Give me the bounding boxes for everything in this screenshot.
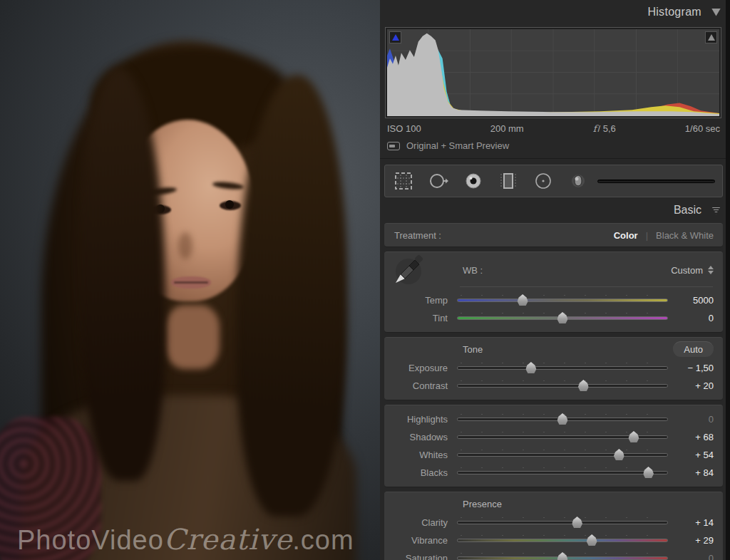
lightroom-develop-window: PhotoVideoCreative.com Histogram	[0, 0, 730, 560]
presence-section: Presence Clarity + 14 Vibrance + 29 Satu…	[384, 492, 723, 560]
photo-mouth-line	[174, 281, 208, 284]
adjustment-brush-icon[interactable]	[567, 170, 590, 192]
basic-panel-header[interactable]: Basic	[380, 197, 730, 223]
white-balance-section: WB : Custom Temp 5000 Tint 0	[384, 252, 723, 333]
slider-row-vibrance: Vibrance + 29	[384, 532, 723, 549]
saturation-slider[interactable]	[457, 556, 668, 560]
photo-pupil-right	[225, 200, 234, 209]
clarity-slider-thumb[interactable]	[572, 517, 582, 528]
wb-eyedropper-icon[interactable]	[390, 254, 431, 286]
temp-label: Temp	[391, 295, 457, 306]
radial-filter-icon[interactable]	[532, 170, 555, 192]
contrast-slider-thumb[interactable]	[578, 380, 589, 391]
highlight-clipping-triangle-icon	[708, 34, 715, 41]
clarity-value[interactable]: + 14	[668, 517, 714, 528]
whites-value[interactable]: + 54	[668, 450, 714, 460]
chevron-down-icon[interactable]	[711, 9, 721, 16]
red-eye-correction-icon[interactable]	[462, 170, 485, 192]
highlights-label: Highlights	[391, 414, 457, 425]
slider-row-temp: Temp 5000	[384, 291, 723, 309]
histogram-title: Histogram	[647, 6, 701, 19]
slider-row-clarity: Clarity + 14	[384, 514, 723, 532]
exposure-slider-thumb[interactable]	[525, 362, 536, 373]
updown-arrows-icon	[708, 266, 714, 274]
tint-slider[interactable]	[457, 316, 668, 320]
tone-header: Tone Auto	[384, 338, 723, 359]
auto-tone-button[interactable]: Auto	[673, 341, 714, 357]
contrast-slider[interactable]	[457, 384, 668, 388]
tool-strip	[384, 165, 723, 197]
treatment-label: Treatment :	[394, 230, 441, 241]
tone-title: Tone	[463, 344, 483, 355]
histogram-panel-header[interactable]: Histogram	[380, 0, 730, 24]
shutter-speed-value: 1/60 sec	[685, 123, 720, 134]
shadow-clipping-indicator[interactable]	[389, 31, 401, 43]
wb-divider	[460, 286, 713, 287]
temp-slider-thumb[interactable]	[518, 294, 528, 306]
watermark-prefix: PhotoVideo	[17, 525, 164, 555]
exposure-value[interactable]: − 1,50	[668, 363, 714, 373]
shadow-clipping-triangle-icon	[392, 34, 399, 41]
vibrance-slider[interactable]	[457, 539, 668, 542]
whites-slider[interactable]	[457, 453, 668, 457]
wb-preset-dropdown[interactable]: Custom	[671, 265, 714, 276]
shadows-value[interactable]: + 68	[668, 432, 714, 442]
highlights-value[interactable]: 0	[668, 414, 714, 425]
blacks-slider[interactable]	[457, 471, 668, 475]
treatment-bw-option[interactable]: Black & White	[656, 230, 714, 241]
watermark-script: Creative	[164, 523, 292, 556]
crop-overlay-icon[interactable]	[392, 170, 415, 192]
collapse-triangle-icon[interactable]	[711, 207, 721, 214]
watermark: PhotoVideoCreative.com	[17, 523, 354, 556]
smart-preview-label: Original + Smart Preview	[406, 140, 509, 151]
shadows-slider[interactable]	[457, 435, 668, 439]
slider-row-highlights: Highlights 0	[384, 410, 723, 428]
slider-row-shadows: Shadows + 68	[384, 428, 723, 446]
blacks-label: Blacks	[391, 467, 457, 478]
highlights-slider-thumb[interactable]	[557, 413, 568, 425]
treatment-separator: |	[646, 230, 648, 241]
vibrance-value[interactable]: + 29	[668, 535, 714, 546]
saturation-slider-thumb[interactable]	[557, 552, 568, 560]
histogram-graph	[387, 29, 719, 116]
highlights-slider[interactable]	[457, 418, 668, 421]
exposure-slider[interactable]	[457, 366, 668, 370]
contrast-value[interactable]: + 20	[668, 380, 714, 391]
wb-label: WB :	[463, 265, 483, 276]
develop-right-panel: Histogram	[380, 0, 730, 560]
watermark-suffix: .com	[292, 525, 354, 555]
treatment-color-option[interactable]: Color	[614, 230, 638, 241]
graduated-filter-icon[interactable]	[497, 170, 520, 192]
smart-preview-icon	[387, 142, 400, 150]
clarity-label: Clarity	[391, 517, 457, 528]
brush-size-slider[interactable]	[597, 180, 715, 183]
shadows-label: Shadows	[391, 432, 457, 442]
spot-removal-icon[interactable]	[427, 170, 450, 192]
temp-value[interactable]: 5000	[668, 295, 714, 306]
basic-title: Basic	[674, 204, 701, 217]
blacks-slider-thumb[interactable]	[643, 467, 654, 478]
highlight-clipping-indicator[interactable]	[705, 31, 717, 43]
whites-label: Whites	[391, 450, 457, 460]
histogram-display[interactable]	[385, 27, 721, 118]
slider-row-saturation: Saturation 0	[384, 549, 723, 560]
temp-slider[interactable]	[457, 299, 668, 302]
vibrance-slider-thumb[interactable]	[587, 534, 597, 546]
treatment-box: Treatment : Color | Black & White	[384, 223, 723, 247]
slider-row-blacks: Blacks + 84	[384, 464, 723, 482]
portrait-photo[interactable]: PhotoVideoCreative.com	[0, 0, 380, 560]
saturation-value[interactable]: 0	[668, 553, 714, 560]
whites-slider-thumb[interactable]	[614, 449, 624, 460]
tint-value[interactable]: 0	[668, 313, 714, 323]
presence-header: Presence	[384, 492, 723, 514]
presence-title: Presence	[463, 499, 502, 509]
focal-length-value: 200 mm	[490, 123, 524, 134]
blacks-value[interactable]: + 84	[668, 467, 714, 478]
photo-nose-shadow	[178, 232, 192, 259]
shadows-slider-thumb[interactable]	[628, 431, 639, 442]
smart-preview-status[interactable]: Original + Smart Preview	[380, 135, 730, 159]
clarity-slider[interactable]	[457, 521, 668, 524]
tint-slider-thumb[interactable]	[557, 312, 568, 323]
slider-row-contrast: Contrast + 20	[384, 377, 723, 395]
tone-section: Tone Auto Exposure − 1,50 Contrast + 20	[384, 337, 723, 400]
